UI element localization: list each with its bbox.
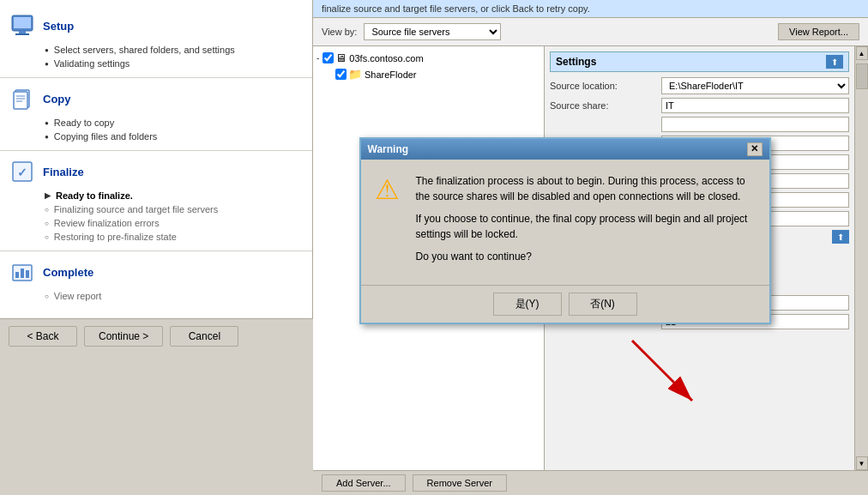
- circle-icon: ○: [45, 220, 49, 227]
- svg-rect-13: [21, 269, 24, 278]
- sidebar-item-label: Ready to copy: [54, 118, 114, 128]
- copy-icon: [9, 85, 36, 112]
- arrow-icon: ▶: [45, 191, 51, 200]
- svg-rect-1: [14, 17, 31, 28]
- svg-line-16: [632, 341, 692, 401]
- dialog-footer: 是(Y) 否(N): [361, 285, 769, 323]
- sidebar: Setup ● Select servers, shared folders, …: [0, 0, 313, 318]
- sidebar-section-copy: Copy ● Ready to copy ● Copying files and…: [0, 81, 312, 143]
- red-arrow: [615, 323, 718, 426]
- setup-icon: [9, 12, 36, 39]
- sidebar-item-copy-1: ● Ready to copy: [0, 116, 312, 130]
- dialog-para2: If you choose to continue, the final cop…: [416, 211, 756, 242]
- svg-rect-14: [26, 270, 29, 278]
- sidebar-item-label: Finalizing source and target file server…: [54, 204, 218, 214]
- sidebar-item-label: Validating settings: [54, 58, 130, 69]
- yes-button[interactable]: 是(Y): [493, 293, 562, 316]
- dialog-para3: Do you want to continue?: [416, 249, 756, 264]
- sidebar-section-setup: Setup ● Select servers, shared folders, …: [0, 9, 312, 70]
- copy-title: Copy: [43, 93, 71, 106]
- sidebar-item-setup-1: ● Select servers, shared folders, and se…: [0, 43, 312, 57]
- sidebar-item-label: Review finalization errors: [54, 218, 160, 228]
- dialog-close-button[interactable]: ✕: [747, 142, 763, 156]
- sidebar-item-complete-1: ○ View report: [0, 289, 312, 303]
- dialog-titlebar: Warning ✕: [361, 139, 769, 160]
- cancel-button[interactable]: Cancel: [170, 326, 238, 347]
- dialog-text: The finalization process is about to beg…: [416, 173, 756, 271]
- complete-title: Complete: [43, 266, 93, 279]
- sidebar-section-complete: Complete ○ View report: [0, 255, 312, 303]
- sidebar-finalize-header: ✓ Finalize: [0, 154, 312, 189]
- circle-icon: ○: [45, 206, 49, 214]
- warning-dialog: Warning ✕ ⚠ The finalization process is …: [359, 137, 771, 324]
- svg-rect-5: [14, 92, 27, 109]
- no-button[interactable]: 否(N): [569, 293, 637, 316]
- continue-button[interactable]: Continue >: [84, 326, 163, 347]
- content-body: - 🖥 03fs.contoso.com 📁 ShareFloder Setti…: [313, 46, 868, 470]
- sidebar-setup-header: Setup: [0, 9, 312, 43]
- warning-icon: ⚠: [375, 173, 406, 271]
- dialog-title: Warning: [368, 143, 409, 155]
- dialog-body: ⚠ The finalization process is about to b…: [361, 160, 769, 285]
- back-button[interactable]: < Back: [9, 326, 77, 347]
- svg-rect-12: [15, 272, 19, 278]
- svg-rect-2: [19, 31, 26, 33]
- finalize-icon: ✓: [9, 158, 36, 185]
- bullet-icon: ●: [45, 46, 49, 54]
- sidebar-item-finalize-1: ▶ Ready to finalize.: [0, 189, 312, 202]
- bullet-icon: ●: [45, 133, 49, 141]
- sidebar-item-finalize-4: ○ Restoring to pre-finalize state: [0, 230, 312, 244]
- content-area: finalize source and target file servers,…: [313, 0, 868, 495]
- setup-title: Setup: [43, 20, 74, 33]
- sidebar-item-label: Restoring to pre-finalize state: [54, 232, 177, 242]
- complete-icon: [9, 258, 36, 286]
- sidebar-section-finalize: ✓ Finalize ▶ Ready to finalize. ○ Finali…: [0, 154, 312, 244]
- circle-icon: ○: [45, 293, 49, 300]
- svg-rect-3: [15, 33, 29, 35]
- dialog-overlay: Warning ✕ ⚠ The finalization process is …: [313, 46, 868, 470]
- bullet-icon: ●: [45, 119, 49, 127]
- finalize-title: Finalize: [43, 166, 84, 178]
- sidebar-item-setup-2: ● Validating settings: [0, 57, 312, 70]
- sidebar-item-finalize-3: ○ Review finalization errors: [0, 216, 312, 230]
- sidebar-complete-header: Complete: [0, 255, 312, 289]
- sidebar-copy-header: Copy: [0, 81, 312, 116]
- bullet-icon: ●: [45, 60, 49, 68]
- circle-icon: ○: [45, 233, 49, 241]
- dialog-para1: The finalization process is about to beg…: [416, 173, 756, 204]
- sidebar-item-copy-2: ● Copying files and folders: [0, 130, 312, 143]
- svg-text:✓: ✓: [17, 166, 27, 179]
- navigation-bar: < Back Continue > Cancel: [0, 318, 313, 353]
- sidebar-item-label: Ready to finalize.: [56, 190, 133, 201]
- sidebar-item-label: Copying files and folders: [54, 131, 157, 142]
- sidebar-item-label: View report: [54, 291, 101, 301]
- sidebar-item-finalize-2: ○ Finalizing source and target file serv…: [0, 202, 312, 216]
- sidebar-item-label: Select servers, shared folders, and sett…: [54, 45, 235, 55]
